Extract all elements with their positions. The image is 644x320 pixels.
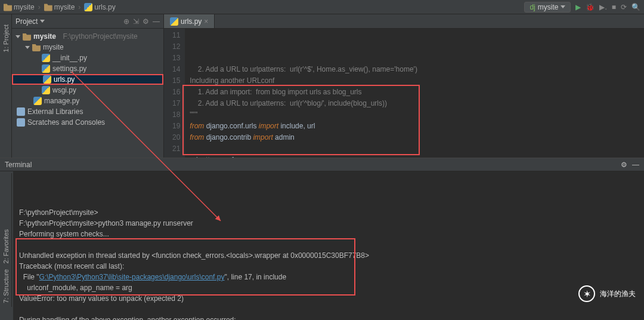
- collapse-icon[interactable]: ⇲: [133, 17, 139, 26]
- python-file-icon: [33, 97, 42, 105]
- update-button[interactable]: ⟳: [621, 3, 627, 11]
- terminal-title: Terminal: [5, 161, 32, 169]
- gear-icon[interactable]: ⚙: [621, 161, 627, 169]
- python-file-icon: [42, 54, 50, 62]
- tree-item-__init__-py[interactable]: __init__.py: [12, 53, 163, 63]
- terminal-tool-window: Terminal ⚙ — + × F:\pythonProject\mysite…: [0, 158, 644, 320]
- python-file-icon: [17, 118, 25, 127]
- terminal-header: Terminal ⚙ —: [0, 158, 644, 171]
- tab-structure[interactable]: 7: Structure: [2, 269, 10, 303]
- project-tree[interactable]: mysite F:\pythonProject\mysite mysite__i…: [12, 29, 163, 130]
- tab-favorites[interactable]: 2: Favorites: [2, 229, 10, 263]
- hide-icon[interactable]: —: [153, 17, 160, 26]
- code-editor[interactable]: 1112131415161718192021 2. Add a URL to u…: [164, 29, 644, 158]
- python-file-icon: [170, 17, 178, 26]
- locate-icon[interactable]: ⊕: [123, 17, 129, 26]
- toolbar-right: djmysite ▶ 🐞 ▶. ■ ⟳ 🔍: [524, 2, 640, 13]
- left-tool-stripe: 1: Project: [0, 14, 12, 158]
- search-button[interactable]: 🔍: [631, 3, 640, 11]
- traceback-file-link[interactable]: G:\Python3\Python37\lib\site-packages\dj…: [39, 273, 225, 281]
- python-file-icon: [17, 107, 25, 116]
- python-file-icon: [42, 86, 50, 94]
- tab-project[interactable]: 1: Project: [1, 20, 11, 56]
- folder-icon: [44, 3, 52, 11]
- tree-item-mysite[interactable]: mysite: [12, 42, 163, 53]
- line-gutter: 1112131415161718192021: [164, 29, 185, 158]
- tree-item-scratches-and-consoles[interactable]: Scratches and Consoles: [12, 117, 163, 128]
- tree-item-manage-py[interactable]: manage.py: [12, 96, 163, 106]
- run-anything-button[interactable]: ▶.: [599, 3, 606, 11]
- run-config-selector[interactable]: djmysite: [524, 2, 571, 13]
- editor-area: urls.py × 1112131415161718192021 2. Add …: [164, 14, 644, 158]
- folder-icon: [4, 3, 12, 11]
- stop-button[interactable]: ■: [612, 3, 616, 11]
- editor-tabs: urls.py ×: [164, 14, 644, 29]
- python-file-icon: [42, 64, 50, 73]
- chevron-down-icon: [561, 5, 565, 8]
- project-pane-header: Project ⊕ ⇲ ⚙ —: [12, 14, 163, 29]
- close-icon[interactable]: ×: [204, 17, 208, 26]
- left-tool-stripe-lower: 2: Favorites 7: Structure: [0, 173, 12, 307]
- python-file-icon: [43, 75, 51, 84]
- project-pane-title[interactable]: Project: [16, 17, 38, 26]
- debug-button[interactable]: 🐞: [586, 3, 595, 11]
- folder-icon: [32, 43, 41, 51]
- chevron-right-icon: ›: [78, 3, 80, 11]
- editor-tab-urls[interactable]: urls.py ×: [164, 14, 215, 28]
- code-content[interactable]: 2. Add a URL to urlpatterns: url(r'^$', …: [185, 29, 422, 158]
- tree-item-urls-py[interactable]: urls.py: [12, 74, 163, 85]
- chevron-right-icon: ›: [38, 3, 41, 11]
- gear-icon[interactable]: ⚙: [143, 17, 149, 26]
- breadcrumb-file[interactable]: urls.py: [84, 3, 115, 11]
- top-bar: mysite › mysite › urls.py djmysite ▶ 🐞 ▶…: [0, 0, 644, 14]
- folder-icon: [23, 32, 31, 41]
- terminal-output[interactable]: F:\pythonProject\mysite>F:\pythonProject…: [13, 171, 644, 320]
- python-file-icon: [84, 3, 92, 11]
- breadcrumb-folder[interactable]: mysite: [44, 3, 75, 11]
- hide-icon[interactable]: —: [632, 161, 639, 169]
- tree-item-settings-py[interactable]: settings.py: [12, 63, 163, 74]
- project-tool-window: Project ⊕ ⇲ ⚙ — mysite F:\pythonProject\…: [12, 14, 164, 158]
- chevron-down-icon: [16, 35, 20, 38]
- breadcrumb-root[interactable]: mysite: [4, 3, 35, 11]
- tree-item-external-libraries[interactable]: External Libraries: [12, 106, 163, 117]
- wechat-icon: ✶: [578, 285, 595, 302]
- breadcrumb: mysite › mysite › urls.py: [4, 3, 116, 11]
- tree-root[interactable]: mysite F:\pythonProject\mysite: [12, 31, 163, 42]
- main-area: 1: Project Project ⊕ ⇲ ⚙ — mysite F:\pyt…: [0, 14, 644, 158]
- tree-item-wsgi-py[interactable]: wsgi.py: [12, 85, 163, 96]
- run-button[interactable]: ▶: [575, 3, 581, 11]
- chevron-down-icon: [40, 20, 45, 23]
- watermark: ✶ 海洋的渔夫: [578, 285, 636, 302]
